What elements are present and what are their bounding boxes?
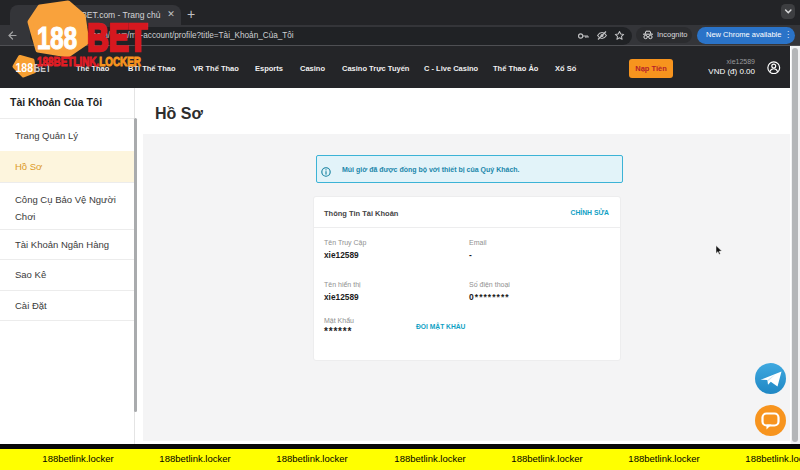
svg-text:188: 188 xyxy=(37,21,77,56)
svg-text:188BETLINK.LOCKER: 188BETLINK.LOCKER xyxy=(37,54,141,69)
